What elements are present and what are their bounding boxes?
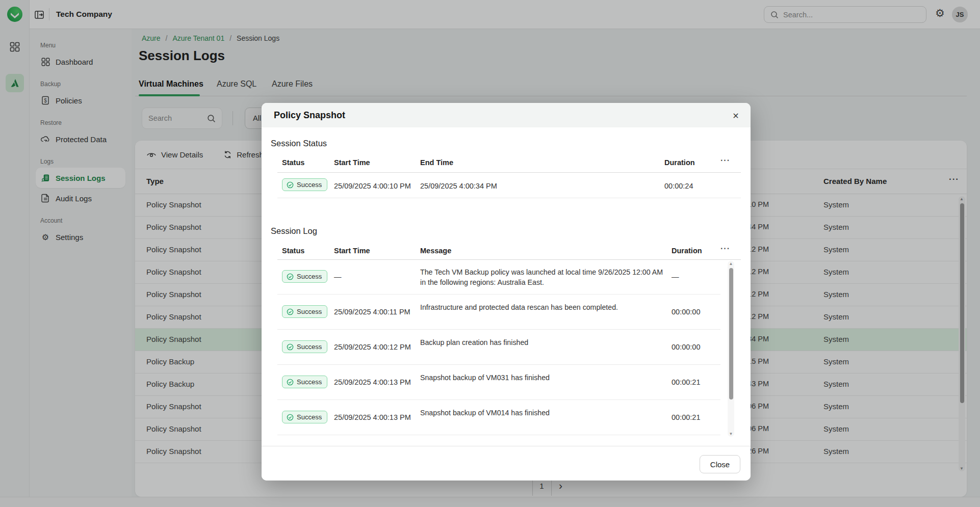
status-badge-label: Success [297, 308, 322, 315]
check-circle-icon [287, 414, 294, 421]
cell-end-time: 25/09/2025 4:00:34 PM [420, 182, 497, 190]
cell-duration: 00:00:24 [664, 182, 693, 190]
status-badge-label: Success [297, 273, 322, 280]
status-badge: Success [282, 305, 327, 318]
scroll-up-icon[interactable]: ▲ [729, 261, 733, 266]
modal-close-icon[interactable]: ✕ [729, 109, 742, 122]
session-log-scrollbar[interactable]: ▲ ▼ [728, 261, 734, 437]
modal-header: Policy Snapshot [262, 103, 751, 127]
session-log-row: Success — The Tech VM Backup policy was … [262, 259, 751, 295]
status-table-menu-icon[interactable]: ··· [720, 156, 730, 165]
session-log-list[interactable]: Success — The Tech VM Backup policy was … [262, 259, 751, 438]
header-underline [277, 172, 741, 173]
scrollbar-thumb[interactable] [729, 268, 733, 399]
cell-duration: 00:00:00 [672, 343, 700, 351]
status-badge: Success [282, 340, 327, 353]
cell-start-time: 25/09/2025 4:00:10 PM [334, 182, 411, 190]
check-circle-icon [287, 273, 294, 280]
cell-start-time: 25/09/2025 4:00:13 PM [334, 378, 411, 386]
cell-duration: — [672, 273, 679, 281]
status-badge: Success [282, 411, 327, 423]
col-duration[interactable]: Duration [672, 247, 702, 255]
status-badge-label: Success [297, 378, 322, 386]
modal-title: Policy Snapshot [274, 110, 345, 121]
session-log-heading: Session Log [271, 226, 317, 236]
check-circle-icon [287, 308, 294, 315]
row-divider [277, 198, 741, 198]
status-badge: Success [282, 270, 327, 283]
session-log-row: Success 25/09/2025 4:00:13 PM Snapshot b… [262, 365, 751, 400]
col-start[interactable]: Start Time [334, 247, 370, 255]
status-badge-label: Success [297, 181, 322, 189]
scroll-down-icon[interactable]: ▼ [729, 432, 733, 436]
status-badge: Success [282, 376, 327, 388]
session-log-row: Success 25/09/2025 4:00:13 PM Snapshot b… [262, 400, 751, 435]
status-badge-label: Success [297, 343, 322, 351]
col-duration[interactable]: Duration [664, 158, 695, 167]
session-log-row: Success 25/09/2025 4:00:11 PM Infrastruc… [262, 295, 751, 330]
session-status-heading: Session Status [271, 139, 327, 148]
cell-message: Infrastructure and protected data rescan… [420, 302, 664, 312]
cell-message: The Tech VM Backup policy was launched a… [420, 267, 664, 287]
status-badge-label: Success [297, 413, 322, 421]
col-status[interactable]: Status [282, 158, 304, 167]
cell-message: Snapshot backup of VM014 has finished [420, 408, 664, 418]
check-circle-icon [287, 343, 294, 351]
close-button[interactable]: Close [700, 455, 740, 473]
cell-duration: 00:00:21 [672, 413, 700, 421]
col-message[interactable]: Message [420, 247, 451, 255]
session-log-row: Success 25/09/2025 4:00:12 PM Backup pla… [262, 330, 751, 365]
cell-message: Snapshot backup of VM031 has finished [420, 372, 664, 383]
row-divider [277, 435, 720, 435]
col-status[interactable]: Status [282, 247, 304, 255]
col-end[interactable]: End Time [420, 158, 453, 167]
policy-snapshot-modal: Policy Snapshot ✕ Session Status Status … [262, 103, 751, 481]
cell-start-time: — [334, 273, 342, 281]
check-circle-icon [287, 181, 294, 189]
cell-duration: 00:00:00 [672, 308, 700, 316]
cell-start-time: 25/09/2025 4:00:12 PM [334, 343, 411, 351]
check-circle-icon [287, 379, 294, 386]
cell-message: Backup plan creation has finished [420, 337, 664, 348]
modal-footer: Close [262, 446, 751, 481]
cell-start-time: 25/09/2025 4:00:13 PM [334, 413, 411, 421]
cell-start-time: 25/09/2025 4:00:11 PM [334, 308, 410, 316]
cell-duration: 00:00:21 [672, 378, 700, 386]
col-start[interactable]: Start Time [334, 158, 370, 167]
log-table-menu-icon[interactable]: ··· [720, 244, 730, 253]
status-badge: Success [282, 178, 327, 191]
